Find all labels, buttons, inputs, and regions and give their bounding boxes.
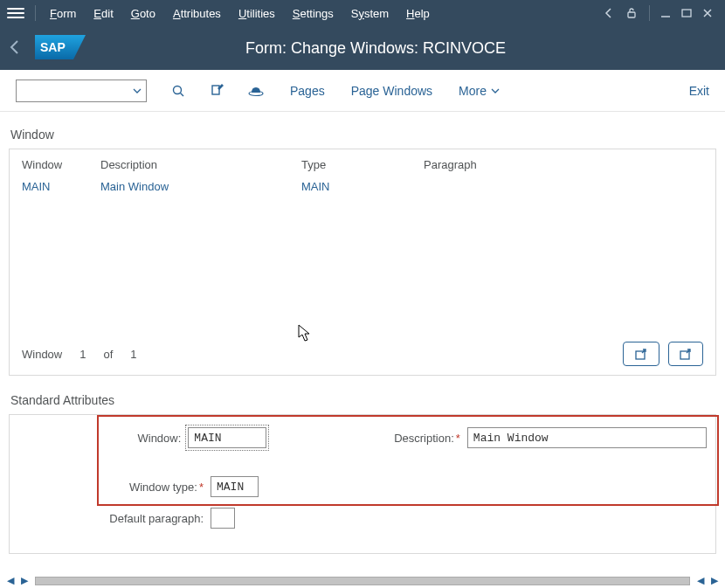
window-label: Window:	[18, 432, 188, 445]
more-label: More	[459, 84, 487, 98]
cell-paragraph	[424, 180, 511, 193]
separator	[649, 5, 650, 21]
hat-icon[interactable]	[248, 85, 264, 97]
cell-description: Main Window	[100, 180, 301, 193]
attrs-section-title: Standard Attributes	[10, 393, 716, 407]
window-list-panel: Window Description Type Paragraph MAIN M…	[9, 149, 716, 376]
window-type-label: Window type:*	[18, 481, 211, 494]
col-description: Description	[100, 158, 301, 171]
description-input[interactable]	[467, 427, 707, 448]
separator	[35, 5, 36, 21]
default-paragraph-label: Default paragraph:	[18, 512, 211, 525]
footer-current: 1	[79, 348, 86, 361]
export-button[interactable]	[623, 342, 659, 366]
window-row: Window: Description:*	[18, 427, 707, 448]
window-section-title: Window	[10, 128, 716, 142]
default-paragraph-input[interactable]	[211, 508, 235, 529]
description-label: Description:*	[266, 432, 467, 445]
menu-system[interactable]: System	[342, 7, 397, 20]
attributes-panel: Window: Description:* Window type:* Defa…	[9, 414, 716, 554]
menubar: Form Edit Goto Attributes Utilities Sett…	[0, 0, 725, 26]
svg-text:SAP: SAP	[40, 40, 66, 54]
window-type-row: Window type:*	[18, 476, 707, 497]
cursor-icon	[298, 324, 314, 343]
menu-attributes[interactable]: Attributes	[164, 7, 230, 20]
col-paragraph: Paragraph	[424, 158, 511, 171]
table-row[interactable]: MAIN Main Window MAIN	[22, 180, 703, 193]
col-window: Window	[22, 158, 100, 171]
scroll-right-icon[interactable]: ▶	[708, 575, 722, 586]
scroll-left-icon[interactable]: ◀	[3, 575, 17, 586]
maximize-icon[interactable]	[681, 8, 692, 18]
content: Window Window Description Type Paragraph…	[0, 112, 725, 582]
unlock-icon[interactable]	[625, 6, 639, 20]
svg-rect-0	[628, 12, 635, 17]
sap-logo: SAP	[35, 35, 86, 62]
back-button[interactable]	[7, 39, 26, 58]
scroll-right-icon[interactable]: ▶	[17, 575, 31, 586]
default-paragraph-row: Default paragraph:	[18, 508, 707, 529]
edit-icon[interactable]	[210, 84, 224, 98]
import-button[interactable]	[668, 342, 703, 366]
col-type: Type	[301, 158, 424, 171]
horizontal-scrollbar: ◀ ▶ ◀ ▶	[3, 575, 722, 586]
nav-back-icon[interactable]	[604, 8, 614, 18]
page-title: Form: Change Windows: RCINVOCE	[86, 39, 718, 58]
svg-rect-2	[682, 10, 691, 17]
command-field[interactable]	[16, 80, 147, 102]
chevron-down-icon	[490, 86, 501, 96]
svg-rect-6	[212, 86, 219, 94]
footer-total: 1	[130, 348, 136, 361]
menu-settings[interactable]: Settings	[284, 7, 342, 20]
exit-link[interactable]: Exit	[689, 84, 709, 98]
svg-point-4	[174, 86, 182, 93]
scrollbar-track[interactable]	[35, 577, 690, 585]
menu-form[interactable]: Form	[41, 7, 85, 20]
pages-link[interactable]: Pages	[290, 84, 325, 98]
header: SAP Form: Change Windows: RCINVOCE	[0, 26, 725, 70]
cell-type: MAIN	[301, 180, 424, 193]
menu-goto[interactable]: Goto	[122, 7, 164, 20]
window-type-input[interactable]	[211, 476, 259, 497]
svg-line-5	[181, 93, 184, 96]
cell-window: MAIN	[22, 180, 100, 193]
more-menu[interactable]: More	[459, 84, 501, 98]
search-icon[interactable]	[171, 84, 185, 98]
window-panel-footer: Window 1 of 1	[22, 342, 703, 366]
toolbar: Pages Page Windows More Exit	[0, 70, 725, 112]
menu-help[interactable]: Help	[397, 7, 438, 20]
menu-utilities[interactable]: Utilities	[230, 7, 284, 20]
menu-icon[interactable]	[7, 5, 24, 21]
close-icon[interactable]	[702, 8, 713, 18]
chevron-down-icon	[132, 86, 142, 96]
scroll-left-icon[interactable]: ◀	[694, 575, 708, 586]
menu-edit[interactable]: Edit	[85, 7, 121, 20]
minimize-icon[interactable]	[660, 8, 671, 18]
page-windows-link[interactable]: Page Windows	[351, 84, 432, 98]
window-input[interactable]	[188, 427, 266, 448]
window-table-header: Window Description Type Paragraph	[22, 158, 703, 171]
footer-of: of	[103, 348, 113, 361]
footer-label: Window	[22, 348, 62, 361]
